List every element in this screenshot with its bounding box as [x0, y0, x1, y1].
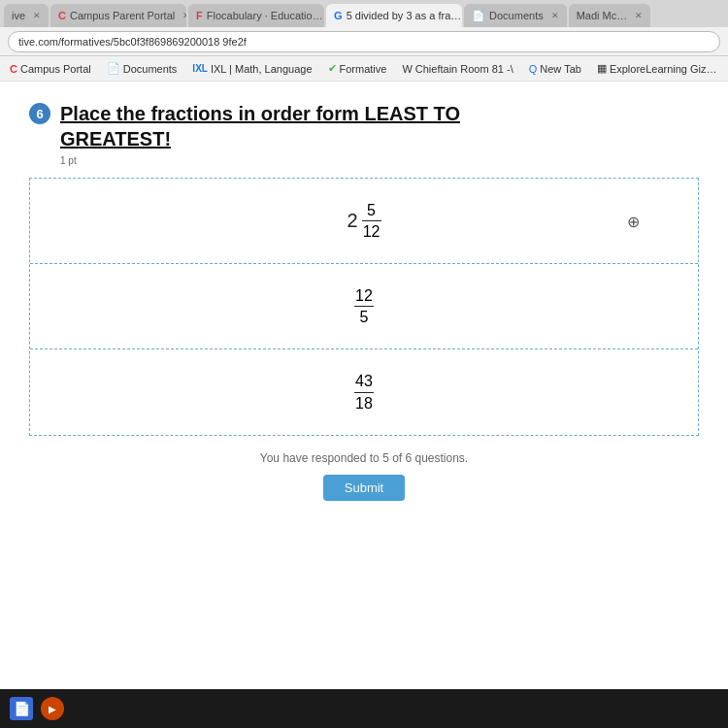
taskbar-file-icon[interactable]: 📄: [10, 697, 33, 720]
bookmark-ixl-label: IXL | Math, Language: [211, 63, 313, 75]
fraction-3-denominator: 18: [354, 393, 374, 413]
tab-documents-icon: 📄: [472, 10, 485, 22]
tab-flocabulary-label: Flocabulary · Educatio…: [207, 10, 323, 21]
tab-formative[interactable]: G 5 divided by 3 as a fra… ✕: [326, 4, 462, 27]
fraction-2-denominator: 5: [354, 307, 374, 326]
bookmark-campus-portal-icon: C: [10, 63, 17, 75]
bookmark-newtab-icon: Q: [529, 63, 538, 75]
fraction-2: 12 5: [354, 286, 374, 326]
answer-boxes: 2 5 12 ⊕ 12 5: [29, 178, 699, 436]
bookmark-formative-label: Formative: [340, 63, 387, 75]
fraction-3-numerator: 43: [354, 372, 374, 392]
question-number-badge: 6: [29, 103, 50, 124]
bookmark-ixl[interactable]: IXL IXL | Math, Language: [188, 61, 315, 77]
tab-campus-icon: C: [58, 10, 66, 21]
question-title-line1: Place the fractions in order form LEAST …: [60, 103, 460, 124]
bookmark-explorelearning-label: ExploreLearning Giz…: [610, 63, 717, 75]
bookmark-chieftain-label: Chieftain Room 81 -\: [415, 63, 513, 75]
bookmark-campus-portal[interactable]: C Campus Portal: [6, 61, 95, 77]
tab-campus[interactable]: C Campus Parent Portal ✕: [50, 4, 186, 27]
tab-ive-close[interactable]: ✕: [33, 11, 41, 20]
bookmark-explorelearning[interactable]: ▦ ExploreLearning Giz…: [593, 60, 721, 77]
tab-documents-label: Documents: [489, 10, 544, 21]
question-points: 1 pt: [60, 155, 699, 166]
bookmark-documents-label: Documents: [123, 63, 178, 75]
bookmark-documents[interactable]: 📄 Documents: [103, 60, 182, 77]
question-header: 6 Place the fractions in order form LEAS…: [29, 101, 699, 151]
address-input[interactable]: [8, 31, 720, 52]
tab-documents-close[interactable]: ✕: [551, 11, 559, 20]
bookmark-chieftain-icon: W: [402, 63, 412, 75]
bookmark-chieftain[interactable]: W Chieftain Room 81 -\: [398, 61, 516, 77]
question-title: Place the fractions in order form LEAST …: [60, 101, 460, 151]
bookmark-ixl-icon: IXL: [192, 63, 208, 74]
taskbar: 📄 ▶: [0, 689, 728, 728]
tab-flocabulary-icon: F: [196, 10, 203, 21]
bookmark-newtab[interactable]: Q New Tab: [525, 61, 585, 77]
fraction-1-denominator: 12: [362, 221, 381, 241]
tab-ive-label: ive: [12, 10, 25, 21]
fraction-1-numerator: 5: [362, 201, 381, 221]
tab-ive[interactable]: ive ✕: [4, 4, 49, 27]
fraction-1: 2 5 12: [347, 201, 381, 241]
bottom-section: You have responded to 5 of 6 questions. …: [29, 451, 699, 501]
fraction-3: 43 18: [354, 372, 374, 412]
bookmark-campus-portal-label: Campus Portal: [20, 63, 91, 75]
tab-madi-label: Madi Mc…: [577, 10, 628, 21]
question-number: 6: [36, 107, 43, 121]
tab-campus-close[interactable]: ✕: [182, 11, 186, 20]
fraction-2-fraction: 12 5: [354, 286, 374, 326]
fraction-3-fraction: 43 18: [354, 372, 374, 412]
fraction-1-whole: 2: [347, 210, 357, 232]
tab-flocabulary[interactable]: F Flocabulary · Educatio… ✕: [188, 4, 324, 27]
taskbar-media-icon[interactable]: ▶: [41, 697, 64, 720]
tab-documents[interactable]: 📄 Documents ✕: [464, 4, 567, 27]
bookmarks-bar: C Campus Portal 📄 Documents IXL IXL | Ma…: [0, 56, 728, 82]
response-status: You have responded to 5 of 6 questions.: [29, 451, 699, 465]
move-cursor-icon: ⊕: [627, 212, 640, 230]
question-title-line2: GREATEST!: [60, 128, 171, 149]
fraction-1-fraction: 5 12: [362, 201, 381, 241]
bookmark-newtab-label: New Tab: [540, 63, 581, 75]
fraction-2-numerator: 12: [354, 286, 374, 307]
tab-bar: ive ✕ C Campus Parent Portal ✕ F Flocabu…: [0, 0, 728, 27]
tab-madi-close[interactable]: ✕: [635, 11, 643, 20]
tab-campus-label: Campus Parent Portal: [70, 10, 175, 21]
bookmark-formative[interactable]: ✔ Formative: [324, 60, 391, 77]
tab-formative-label: 5 divided by 3 as a fra…: [347, 10, 462, 21]
address-bar: [0, 27, 728, 56]
answer-box-3[interactable]: 43 18: [30, 349, 698, 435]
bookmark-explorelearning-icon: ▦: [597, 62, 607, 75]
bookmark-documents-icon: 📄: [107, 62, 120, 75]
answer-box-2[interactable]: 12 5: [30, 264, 698, 349]
submit-button[interactable]: Submit: [323, 475, 405, 501]
answer-box-1[interactable]: 2 5 12 ⊕: [30, 179, 698, 264]
bookmark-formative-icon: ✔: [328, 62, 337, 75]
page-content: 6 Place the fractions in order form LEAS…: [0, 82, 728, 689]
tab-madi[interactable]: Madi Mc… ✕: [569, 4, 651, 27]
tab-formative-icon: G: [334, 10, 343, 21]
